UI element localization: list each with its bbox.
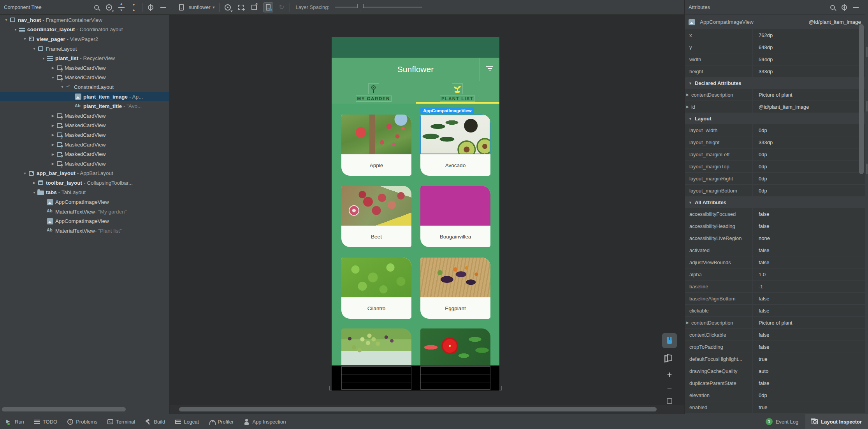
attr-row-accessibilityLiveRegion[interactable]: accessibilityLiveRegionnone [685, 232, 865, 244]
canvas-hscrollbar[interactable] [170, 405, 684, 414]
attr-row-height[interactable]: height333dp [685, 65, 865, 78]
zoom-in-button[interactable]: + [662, 369, 677, 381]
attr-row-y[interactable]: y648dp [685, 41, 865, 53]
attr-row-alpha[interactable]: alpha1.0 [685, 268, 865, 281]
tree-chevron-icon[interactable]: ▼ [3, 18, 9, 22]
tree-chevron-icon[interactable]: ▼ [22, 37, 28, 41]
toolwindow-logcat[interactable]: Logcat [175, 419, 199, 425]
tree-row-plant_item_title[interactable]: Abplant_item_title - "Avo... [0, 101, 169, 111]
grape-photo[interactable] [341, 328, 411, 365]
attr-row-duplicateParentState[interactable]: duplicateParentStatefalse [685, 377, 865, 389]
attr-row-enabled[interactable]: enabledtrue [685, 401, 865, 413]
toolwindow-app-inspection[interactable]: App Inspection [244, 419, 286, 425]
hibiscus-photo[interactable] [420, 328, 490, 365]
tree-chevron-icon[interactable]: ▼ [12, 28, 19, 32]
attr-section-header[interactable]: ▼Layout [685, 113, 865, 124]
attr-section-header[interactable]: ▼All Attributes [685, 197, 865, 208]
tree-row-tabs[interactable]: ▼tabs- TabLayout [0, 188, 169, 198]
attr-row-contentDescription[interactable]: ▶contentDescriptionPicture of plant [685, 317, 865, 329]
tree-chevron-icon[interactable]: ▼ [31, 47, 37, 51]
tree-row[interactable]: ▶MaskedCardView [0, 159, 169, 169]
attr-row-layoutmarginTop[interactable]: layout_marginTop0dp [685, 161, 865, 173]
tree-row[interactable]: ▶MaskedCardView [0, 149, 169, 159]
attr-row-adjustViewBounds[interactable]: adjustViewBoundsfalse [685, 256, 865, 268]
tab-my-garden[interactable]: MY GARDEN [332, 81, 416, 104]
plant-card[interactable] [420, 328, 490, 365]
attr-row-drawingCacheQuality[interactable]: drawingCacheQualityauto [685, 365, 865, 377]
tree-row[interactable]: ▼MaskedCardView [0, 73, 169, 83]
tree-chevron-icon[interactable]: ▼ [50, 76, 56, 79]
tree-row-app_bar_layout[interactable]: ▼app_bar_layout- AppBarLayout [0, 169, 169, 178]
toolwindow-problems[interactable]: Problems [67, 419, 97, 425]
attr-row-width[interactable]: width594dp [685, 53, 865, 65]
hide-panel-icon[interactable] [158, 2, 168, 12]
tree-hscrollbar[interactable] [0, 405, 169, 414]
attr-row-contextClickable[interactable]: contextClickablefalse [685, 329, 865, 341]
collapse-all-icon[interactable] [129, 2, 139, 12]
live-updates-toggle[interactable] [263, 2, 273, 12]
tab-plant-list[interactable]: PLANT LIST [416, 81, 500, 104]
pick-target-icon[interactable] [236, 2, 246, 12]
layout-inspector-tab[interactable]: Layout Inspector [805, 414, 868, 429]
cilantro-photo[interactable] [341, 258, 411, 297]
tree-row[interactable]: ▼ConstraintLayout [0, 82, 169, 92]
tree-chevron-icon[interactable]: ▶ [50, 133, 56, 137]
tree-row[interactable]: AppCompatImageView [0, 216, 169, 226]
attr-row-layoutmarginRight[interactable]: layout_marginRight0dp [685, 173, 865, 185]
tree-chevron-icon[interactable]: ▶ [50, 143, 56, 147]
beet-photo[interactable] [341, 186, 411, 226]
attr-row-baselineAlignBottom[interactable]: baselineAlignBottomfalse [685, 293, 865, 305]
tree-row[interactable]: ▶MaskedCardView [0, 130, 169, 140]
attr-row-clickable[interactable]: clickablefalse [685, 305, 865, 317]
tree-row[interactable]: ▶MaskedCardView [0, 111, 169, 121]
avocado-photo[interactable] [420, 115, 490, 154]
pan-tool-button[interactable] [662, 333, 677, 348]
view-options-icon[interactable] [104, 2, 114, 12]
tree-chevron-icon[interactable]: ▼ [31, 191, 37, 194]
refresh-icon[interactable]: ↻ [276, 2, 286, 12]
apple-photo[interactable] [341, 115, 411, 154]
tree-row-toolbar_layout[interactable]: ▶toolbar_layout- CollapsingToolbar... [0, 178, 169, 188]
plant-card-beet[interactable]: Beet [341, 186, 411, 247]
attr-row-activated[interactable]: activatedfalse [685, 244, 865, 256]
tree-row-nav_host[interactable]: ▼nav_host- FragmentContainerView [0, 15, 169, 25]
plant-card-bougainvillea[interactable]: Bougainvillea [420, 186, 490, 247]
plant-card-apple[interactable]: Apple [341, 115, 411, 176]
attr-row-accessibilityHeading[interactable]: accessibilityHeadingfalse [685, 220, 865, 232]
export-icon[interactable] [249, 2, 259, 12]
attr-row-layoutheight[interactable]: layout_height333dp [685, 136, 865, 148]
tree-chevron-icon[interactable]: ▶ [50, 114, 56, 118]
settings-icon[interactable] [839, 2, 849, 12]
3d-mode-button[interactable] [662, 350, 677, 365]
hide-panel-icon[interactable] [851, 2, 861, 12]
filter-icon[interactable] [485, 65, 494, 72]
tree-row[interactable]: ▶MaskedCardView [0, 140, 169, 150]
toolwindow-terminal[interactable]: Terminal [107, 419, 135, 425]
tree-chevron-icon[interactable]: ▼ [40, 56, 47, 60]
zoom-to-fit-button[interactable] [662, 395, 677, 406]
tree-chevron-icon[interactable]: ▼ [22, 171, 28, 175]
tree-row-coordinator_layout[interactable]: ▼coordinator_layout- CoordinatorLayout [0, 25, 169, 35]
tree-chevron-icon[interactable]: ▶ [50, 66, 56, 70]
attr-row-layoutmarginBottom[interactable]: layout_marginBottom0dp [685, 185, 865, 197]
plant-card-avocado[interactable]: Avocado [420, 115, 490, 176]
expand-all-icon[interactable]: ▼ [116, 2, 127, 12]
event-log-tab[interactable]: 1 Event Log [759, 414, 806, 429]
attr-row-defaultFocusHighlight[interactable]: defaultFocusHighlight...true [685, 353, 865, 365]
attr-row-x[interactable]: x762dp [685, 29, 865, 41]
search-icon[interactable] [828, 2, 838, 12]
plant-card-cilantro[interactable]: Cilantro [341, 258, 411, 319]
attr-row-layoutmarginLeft[interactable]: layout_marginLeft0dp [685, 148, 865, 161]
attr-row-elevation[interactable]: elevation0dp [685, 389, 865, 401]
plant-card[interactable] [341, 328, 411, 365]
attr-section-header[interactable]: ▼Declared Attributes [685, 78, 865, 89]
slider-thumb[interactable] [357, 4, 364, 11]
attr-row-contentDescription[interactable]: ▶contentDescriptionPicture of plant [685, 89, 865, 101]
tree-row[interactable]: ▶MaskedCardView [0, 63, 169, 73]
tree-row[interactable]: AppCompatImageView [0, 197, 169, 207]
settings-icon[interactable] [146, 2, 156, 12]
plant-card-eggplant[interactable]: Eggplant [420, 258, 490, 319]
layer-spacing-slider[interactable] [335, 7, 422, 8]
tree-row[interactable]: AbMaterialTextView - "Plant list" [0, 226, 169, 236]
attr-row-layoutwidth[interactable]: layout_width0dp [685, 124, 865, 136]
